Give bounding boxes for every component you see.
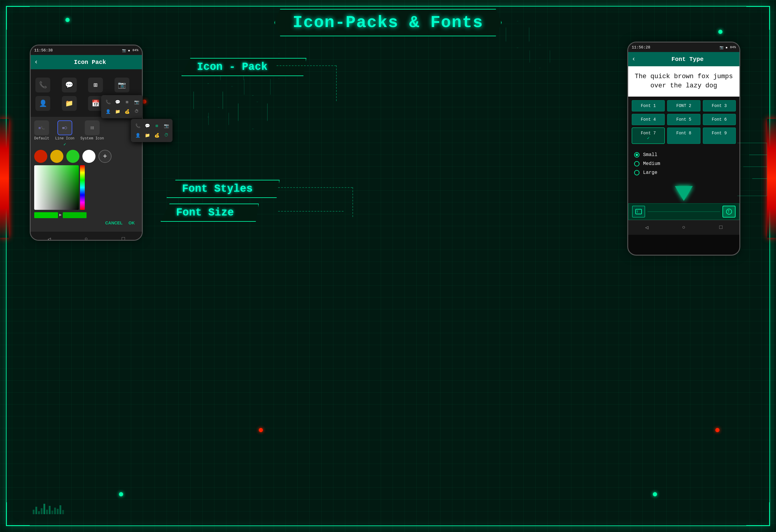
icon-phone: 📞 (35, 77, 50, 92)
fp-grid-1: 📞 💬 ⊞ 📷 👤 📁 💰 ⏱ (104, 98, 140, 115)
status-bar-right: 11:56:28 📷 ◾ 84% (628, 42, 739, 52)
fp-icon-chat: 💬 (114, 98, 121, 106)
fp-grid-2: 📞 💬 ⊞ 📷 👤 📁 💰 ⏱ (134, 122, 170, 139)
tool-divider (647, 211, 720, 212)
glow-dot-red (142, 99, 146, 104)
swatch-green[interactable] (66, 150, 79, 163)
nav-back-left[interactable]: ◁ (48, 236, 51, 241)
phone-nav-left: ◁ ○ □ (31, 231, 142, 241)
font-btn-1[interactable]: Font 1 (632, 100, 665, 111)
status-bar-left: 11:56:38 📷 ◾ 84% (31, 45, 142, 55)
fp-green-chat: 💬 (143, 122, 151, 129)
connector-line-v (353, 187, 353, 217)
color-preview-bar-2 (63, 212, 86, 218)
screen-title-right: Font Type (639, 56, 736, 63)
size-small[interactable]: Small (634, 152, 734, 158)
swatch-red[interactable] (34, 150, 47, 163)
ok-button[interactable]: OK (129, 221, 135, 225)
icon-type-system-label: System Icon (80, 137, 104, 141)
circuit-line-2 (743, 167, 767, 167)
phone-right: 11:56:28 📷 ◾ 84% ‹ Font Type The quick b… (627, 42, 740, 256)
back-button-left[interactable]: ‹ (34, 58, 38, 66)
back-button-right[interactable]: ‹ (632, 56, 636, 63)
font-btn-3[interactable]: Font 3 (703, 100, 736, 111)
size-medium[interactable]: Medium (634, 161, 734, 167)
corner-decoration (746, 502, 770, 526)
swatch-yellow[interactable] (50, 150, 63, 163)
font-tools-bar: T T (628, 203, 739, 220)
svg-text:T: T (728, 210, 730, 214)
icon-type-default[interactable]: ⊞📞 Default (34, 120, 49, 141)
preview-sentence: The quick brown fox jumps over the lazy … (635, 73, 733, 89)
font-styles-label-text: Font Styles (182, 183, 253, 195)
add-color-button[interactable]: + (99, 150, 112, 163)
svg-text:T: T (636, 210, 638, 214)
icon-type-line-check: ✓ (64, 142, 66, 147)
font-size-label: Font Size (161, 204, 259, 222)
circuit-line-3 (752, 178, 767, 179)
size-large[interactable]: Large (634, 170, 734, 175)
topbar-right: ‹ Font Type (628, 52, 739, 66)
status-time-left: 11:56:38 (34, 48, 53, 53)
screen-title-left: Icon Pack (42, 59, 138, 66)
font-tool-type[interactable]: T (723, 206, 736, 218)
fp-icon-clock: ⏱ (133, 107, 140, 115)
color-spectrum[interactable] (80, 165, 85, 210)
hex-decoration (506, 21, 530, 48)
swatch-white[interactable] (82, 150, 95, 163)
glow-dot-green-1 (718, 30, 723, 34)
topbar-left: ‹ Icon Pack (31, 55, 142, 69)
nav-home-right[interactable]: ○ (682, 224, 686, 230)
radio-large (634, 170, 639, 175)
size-triangle-icon (675, 186, 693, 201)
glow-dot-red-2 (259, 428, 263, 432)
nav-back-right[interactable]: ◁ (645, 224, 648, 231)
font-btn-9[interactable]: Font 9 (703, 127, 736, 144)
icon-type-default-thumb: ⊞📞 (34, 120, 49, 135)
font-size-label-text: Font Size (176, 207, 234, 219)
glow-dot-green-3 (119, 492, 123, 496)
cancel-button[interactable]: CANCEL (105, 221, 123, 225)
font-tool-text-size[interactable]: T (632, 206, 645, 218)
fp-green-grid: ⊞ (153, 122, 161, 129)
connector-icon-pack-v (336, 65, 337, 101)
title-banner: Icon-Packs & Fonts (274, 9, 502, 36)
fp-icon-grid: ⊞ (123, 98, 131, 106)
glow-dot-green-4 (653, 492, 657, 496)
nav-recent-right[interactable]: □ (719, 224, 723, 230)
icon-folder: 📁 (62, 96, 77, 111)
font-btn-2[interactable]: FONT 2 (667, 100, 700, 111)
font-btn-4[interactable]: Font 4 (632, 114, 665, 125)
font-selected-check: ✓ (647, 136, 649, 141)
status-battery-left: 84% (132, 48, 138, 52)
floating-panel-line-icons: 📞 💬 ⊞ 📷 👤 📁 💰 ⏱ (101, 95, 143, 118)
fp-icon-user: 👤 (104, 107, 112, 115)
size-large-label: Large (643, 170, 657, 175)
font-btn-5[interactable]: Font 5 (667, 114, 700, 125)
font-size-section: Small Medium Large (628, 148, 739, 184)
size-medium-label: Medium (643, 161, 660, 167)
font-btn-6[interactable]: Font 6 (703, 114, 736, 125)
icon-pack-label-text: Icon - Pack (197, 61, 268, 73)
icon-type-row: ⊞📞 Default ⊞⬡ Line Icon ✓ ⁝⁝⁝ System Ico… (34, 120, 138, 147)
fp-green-phone: 📞 (134, 122, 142, 129)
fp-green-cam: 📷 (162, 122, 170, 129)
status-battery-right: 84% (730, 45, 736, 49)
fp-icon-dollar: 💰 (123, 107, 131, 115)
status-icons-right: 📷 ◾ (720, 45, 728, 49)
color-picker-gradient[interactable] (34, 165, 85, 210)
nav-recent-left[interactable]: □ (122, 236, 125, 241)
arrow-right-icon: ▶ (59, 212, 61, 217)
icon-type-line[interactable]: ⊞⬡ Line Icon ✓ (55, 120, 74, 147)
radio-medium (634, 161, 639, 167)
font-btn-7[interactable]: Font 7 ✓ (632, 127, 665, 144)
icon-type-section: ⊞📞 Default ⊞⬡ Line Icon ✓ ⁝⁝⁝ System Ico… (31, 117, 142, 231)
connector-line-2 (278, 211, 344, 212)
font-selection-grid: Font 1 FONT 2 Font 3 Font 4 Font 5 Font … (628, 96, 739, 148)
nav-home-left[interactable]: ○ (85, 236, 88, 241)
fp-icon-folder2: 📁 (114, 107, 121, 115)
font-btn-8[interactable]: Font 8 (667, 127, 700, 144)
fp-green-clock: ⏱ (162, 131, 170, 139)
icon-type-system[interactable]: ⁝⁝⁝ System Icon (80, 120, 104, 141)
color-picker-area (34, 165, 138, 210)
